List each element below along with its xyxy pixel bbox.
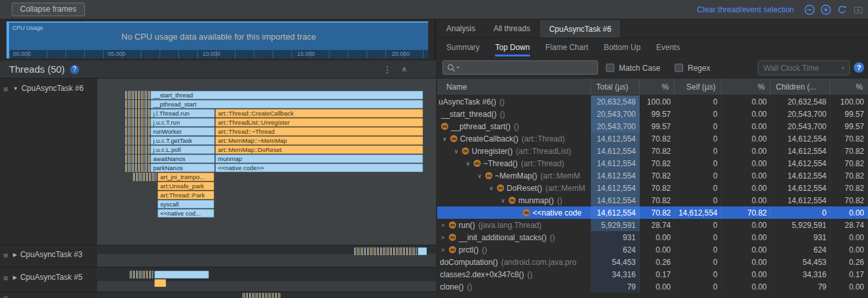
collapse-frames-button[interactable]: Collapse frames xyxy=(12,3,85,16)
table-row[interactable]: m__pthread_start()()20,543,70099.5700.00… xyxy=(437,120,868,132)
regex-label[interactable]: Regex xyxy=(688,64,710,73)
flame-bar-native[interactable]: art::Thread::CreateCallback xyxy=(215,109,423,118)
table-row[interactable]: >mprctl()()6240.0000.006240.00 xyxy=(437,243,868,256)
reset-zoom-icon[interactable] xyxy=(836,4,848,16)
table-body: uAsyncTask #6()()20,632,548100.0000.0020… xyxy=(437,95,868,298)
flame-bar-native[interactable]: art::MemMap::DoReset xyxy=(215,145,423,154)
table-row[interactable]: ∨m~Thread()(art::Thread)14,612,55470.820… xyxy=(437,157,868,169)
table-row[interactable]: >m__init_additional_stacks()()9310.0000.… xyxy=(437,231,868,243)
subtab-top-down[interactable]: Top Down xyxy=(495,38,529,56)
flame-bar-java[interactable]: syscall xyxy=(158,200,214,208)
function-name: __start_thread() xyxy=(441,110,496,119)
tab-all-threads[interactable]: All threads xyxy=(485,19,540,38)
column-header-total-pct[interactable]: % xyxy=(640,79,675,95)
flame-bar-java[interactable]: <<native code>> xyxy=(215,164,423,172)
search-input[interactable] xyxy=(461,62,594,73)
flame-minified-region[interactable] xyxy=(243,293,280,298)
cpu-usage-track[interactable]: CPU Usage No CPU usage data available fo… xyxy=(6,21,428,50)
flame-bar-java[interactable]: munmap xyxy=(215,155,423,163)
flame-minified-region[interactable] xyxy=(125,164,150,172)
flame-bar-java[interactable]: __start_thread xyxy=(151,91,423,99)
column-header-self[interactable]: Self (µs) xyxy=(675,79,721,95)
subtab-events[interactable]: Events xyxy=(656,38,680,56)
zoom-to-selection-icon[interactable] xyxy=(852,4,864,16)
zoom-in-icon[interactable] xyxy=(820,4,832,16)
flame-bar-native[interactable] xyxy=(154,279,166,287)
flame-minified-region[interactable] xyxy=(354,247,417,255)
flame-minified-region[interactable] xyxy=(125,109,150,118)
subtab-flame-chart[interactable]: Flame Chart xyxy=(546,38,588,56)
flame-bar-java[interactable]: runWorker xyxy=(151,127,215,136)
tree-collapse-icon[interactable]: ∨ xyxy=(442,136,450,142)
flame-bar-native[interactable]: art_jni_trampo... xyxy=(158,173,214,181)
flame-bar-java[interactable] xyxy=(418,247,427,255)
search-options-caret-icon[interactable]: ▾ xyxy=(457,65,459,70)
column-header-children[interactable]: Children (... xyxy=(771,79,830,95)
match-case-label[interactable]: Match Case xyxy=(619,64,660,73)
flame-bar-java[interactable]: j.u.c.T.run xyxy=(151,118,215,127)
table-row[interactable]: clone()()790.0000.00790.00 xyxy=(437,280,868,293)
flame-bar-native[interactable]: art::MemMap::~MemMap xyxy=(215,136,423,145)
flame-bar-java[interactable]: __pthread_start xyxy=(151,100,423,108)
tree-collapse-icon[interactable]: ∨ xyxy=(454,148,462,155)
table-row[interactable]: ∨mCreateCallback()(art::Thread)14,612,55… xyxy=(437,132,868,145)
flame-minified-region[interactable] xyxy=(125,136,150,145)
tree-expand-icon[interactable]: > xyxy=(441,234,449,241)
flame-bar-native[interactable]: art::ThreadList::Unregister xyxy=(215,118,423,127)
table-row[interactable]: classes2.dex+0x347c8()()34,3160.1700.003… xyxy=(437,268,868,280)
threads-collapse-icon[interactable]: ∧ xyxy=(402,65,407,73)
flame-bar-java[interactable]: <<native cod... xyxy=(158,209,214,217)
tab-analysis[interactable]: Analysis xyxy=(437,19,485,38)
flame-minified-region[interactable] xyxy=(125,100,150,108)
tree-expand-icon[interactable]: > xyxy=(441,222,449,229)
flame-bar-java[interactable]: j.u.c.L.poll xyxy=(151,145,215,154)
flame-minified-region[interactable] xyxy=(130,271,154,279)
flame-minified-region[interactable] xyxy=(125,145,150,154)
table-row[interactable]: ∨mmunmap()()14,612,55470.8200.0014,612,5… xyxy=(437,194,868,206)
tree-collapse-icon[interactable]: ∨ xyxy=(501,197,509,204)
table-row[interactable]: m<<native code14,612,55470.8214,612,5547… xyxy=(437,206,868,219)
flame-minified-region[interactable] xyxy=(133,173,157,181)
flame-bar-java[interactable]: awaitNanos xyxy=(151,155,215,163)
table-row[interactable]: ∨mDoReset()(art::MemM14,612,55470.8200.0… xyxy=(437,182,868,194)
tree-collapse-icon[interactable]: ∨ xyxy=(466,160,474,167)
column-header-children-pct[interactable]: % xyxy=(830,79,868,95)
column-header-name[interactable]: Name xyxy=(437,79,591,95)
tree-collapse-icon[interactable]: ∨ xyxy=(477,173,485,179)
table-row[interactable]: ∨m~MemMap()(art::MemM14,612,55470.8200.0… xyxy=(437,169,868,182)
tree-expand-icon[interactable]: > xyxy=(441,247,449,253)
flame-minified-region[interactable] xyxy=(125,155,150,163)
flame-bar-native[interactable]: art:Thread::Park xyxy=(158,191,214,199)
search-box[interactable]: ▾ xyxy=(442,60,598,75)
subtab-bottom-up[interactable]: Bottom Up xyxy=(604,38,641,56)
column-header-total[interactable]: Total (µs) xyxy=(591,79,640,95)
tab-cpuasynctask-6[interactable]: CpuAsyncTask #6 xyxy=(539,19,621,38)
threads-help-icon[interactable]: ? xyxy=(70,65,79,74)
subtab-summary[interactable]: Summary xyxy=(446,38,479,56)
flame-minified-region[interactable] xyxy=(125,118,150,127)
self-pct-cell: 0.00 xyxy=(721,194,771,206)
flame-bar-native[interactable]: art::Thread::~Thread xyxy=(215,127,423,136)
regex-checkbox[interactable] xyxy=(675,64,683,72)
table-row[interactable]: >mrun()(java.lang.Thread)5,929,59128.740… xyxy=(437,219,868,231)
flame-bar-native[interactable]: art:Unsafe_park xyxy=(158,182,214,190)
flame-bar-java[interactable] xyxy=(154,271,209,279)
tree-collapse-icon[interactable]: ∨ xyxy=(489,185,497,192)
flame-minified-region[interactable] xyxy=(125,127,150,136)
flame-bar-java[interactable]: parkNanos xyxy=(151,164,215,172)
match-case-checkbox[interactable] xyxy=(606,64,614,72)
flame-bar-java[interactable]: j.u.c.T.getTask xyxy=(151,136,215,145)
table-row[interactable]: doComputation()(android.com.java.pro54,4… xyxy=(437,256,868,268)
threads-options-icon[interactable]: ⋮ xyxy=(383,64,392,75)
flame-bar-java[interactable]: j.l.Thread.run xyxy=(151,109,215,118)
table-row[interactable]: ∨mUnregister()(art::ThreadList)14,612,55… xyxy=(437,145,868,157)
table-row[interactable]: __start_thread()()20,543,70099.5700.0020… xyxy=(437,108,868,120)
help-icon[interactable]: ? xyxy=(854,62,864,73)
table-row[interactable]: uAsyncTask #6()()20,632,548100.0000.0020… xyxy=(437,95,868,108)
children-cell: 14,612,554 xyxy=(771,194,830,206)
flame-minified-region[interactable] xyxy=(125,91,150,99)
zoom-out-icon[interactable] xyxy=(804,4,815,16)
clear-selection-link[interactable]: Clear thread/event selection xyxy=(697,5,794,14)
column-header-self-pct[interactable]: % xyxy=(721,79,771,95)
clock-type-dropdown[interactable]: Wall Clock Time ▾ xyxy=(758,60,850,75)
